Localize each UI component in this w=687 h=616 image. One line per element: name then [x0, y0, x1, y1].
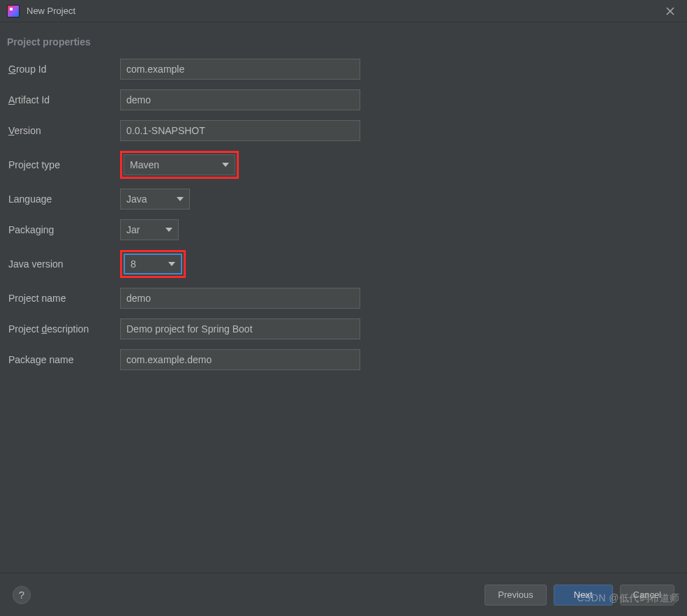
next-button[interactable]: Next	[554, 585, 613, 606]
section-heading: Project properties	[0, 22, 687, 53]
label-project-description: Project description	[8, 323, 120, 335]
footer: ? Previous Next Cancel	[0, 573, 687, 616]
row-language: Language Java	[8, 189, 679, 210]
label-group-id: Group Id	[8, 64, 120, 75]
group-id-input[interactable]	[120, 59, 360, 80]
label-package-name: Package name	[8, 354, 120, 365]
package-name-input[interactable]	[120, 349, 360, 370]
project-name-input[interactable]	[120, 288, 360, 309]
highlight-java-version: 8	[120, 250, 186, 278]
titlebar: New Project	[0, 0, 687, 22]
row-project-description: Project description	[8, 318, 679, 339]
project-description-input[interactable]	[120, 318, 360, 339]
label-project-type: Project type	[8, 159, 120, 170]
label-language: Language	[8, 193, 120, 205]
java-version-select[interactable]: 8	[124, 254, 182, 274]
version-input[interactable]	[120, 120, 360, 141]
label-version: Version	[8, 125, 120, 136]
chevron-down-icon	[222, 163, 229, 167]
row-java-version: Java version 8	[8, 250, 679, 278]
help-icon: ?	[19, 589, 24, 601]
java-version-value: 8	[131, 258, 168, 270]
help-button[interactable]: ?	[13, 586, 31, 604]
row-packaging: Packaging Jar	[8, 219, 679, 240]
row-package-name: Package name	[8, 349, 679, 370]
close-button[interactable]	[660, 1, 680, 21]
label-java-version: Java version	[8, 258, 120, 270]
row-project-name: Project name	[8, 288, 679, 309]
language-value: Java	[126, 193, 177, 205]
previous-button[interactable]: Previous	[485, 585, 547, 606]
form: Group Id Artifact Id Version Project typ…	[0, 53, 687, 370]
highlight-project-type: Maven	[120, 151, 239, 179]
row-project-type: Project type Maven	[8, 151, 679, 179]
close-icon	[666, 7, 674, 15]
chevron-down-icon	[165, 228, 172, 232]
row-group-id: Group Id	[8, 59, 679, 80]
label-project-name: Project name	[8, 293, 120, 304]
intellij-icon	[7, 5, 20, 17]
row-artifact-id: Artifact Id	[8, 89, 679, 110]
language-select[interactable]: Java	[120, 189, 190, 210]
row-version: Version	[8, 120, 679, 141]
window-title: New Project	[27, 6, 75, 16]
cancel-button[interactable]: Cancel	[620, 585, 674, 606]
label-artifact-id: Artifact Id	[8, 94, 120, 105]
artifact-id-input[interactable]	[120, 89, 360, 110]
project-type-select[interactable]: Maven	[124, 154, 235, 175]
label-packaging: Packaging	[8, 224, 120, 235]
chevron-down-icon	[177, 197, 184, 201]
packaging-select[interactable]: Jar	[120, 219, 179, 240]
packaging-value: Jar	[126, 224, 165, 235]
project-type-value: Maven	[130, 159, 222, 170]
chevron-down-icon	[168, 262, 175, 266]
